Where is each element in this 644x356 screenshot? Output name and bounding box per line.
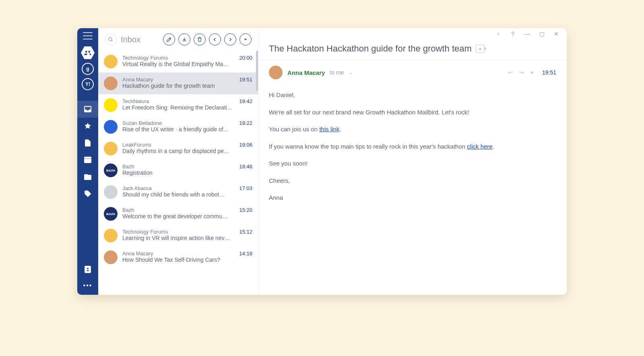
details-dropdown-icon[interactable]: ⌄ (349, 70, 353, 75)
tips-link[interactable]: click here (467, 143, 492, 150)
join-link[interactable]: this link (319, 126, 339, 132)
email-body: Hi Daniel, We're all set for our next br… (258, 79, 567, 214)
search-button[interactable] (105, 33, 117, 46)
svg-line-1 (111, 40, 113, 41)
message-time: 19:42 (239, 98, 252, 112)
account-google[interactable]: g (82, 63, 94, 75)
message-sender: Technology Forums (122, 229, 234, 235)
message-row[interactable]: LeakForumsDaily rhythms in a camp for di… (98, 138, 258, 159)
nav-drafts[interactable] (77, 135, 98, 151)
message-sender: LeakForums (122, 142, 234, 148)
message-subject: Welcome to the great developer commu… (122, 213, 234, 219)
message-row[interactable]: Technology ForumsVirtual Reality is the … (98, 51, 258, 72)
archive-button[interactable] (178, 33, 190, 46)
message-subject: Virtual Reality is the Global Empathy Ma… (122, 61, 234, 67)
account-yahoo[interactable]: Y! (82, 78, 94, 90)
message-sender: Bazh (122, 164, 234, 170)
message-list-panel: Inbox (98, 28, 258, 295)
nav-archive[interactable] (77, 168, 98, 185)
message-sender: Jack Abacca (122, 185, 234, 191)
body-p4: See you soon! (269, 159, 556, 168)
body-p3: If you wanna know the top main tips to r… (269, 142, 556, 151)
message-subject: Let Freedom Sing: Remixing the Declarati… (122, 104, 234, 111)
forward-button[interactable] (224, 33, 236, 46)
nav-rail: g Y! •• (77, 28, 98, 295)
recipient-info: to me (330, 69, 344, 76)
body-p1: We're all set for our next brand new Gro… (269, 108, 556, 117)
avatar (104, 142, 118, 155)
nav-starred[interactable] (77, 118, 98, 135)
message-subject: Rise of the UX writer · a friendly guide… (122, 126, 234, 132)
nav-inbox[interactable] (77, 101, 98, 118)
header-reply-icon[interactable]: ↩ (508, 69, 513, 76)
message-sender: Suzan Beiladone (122, 120, 234, 126)
header-more-icon[interactable]: ▾ (530, 69, 533, 76)
nav-contacts[interactable] (85, 266, 91, 275)
message-subject: Daily rhythms in a camp for displaced pe… (122, 148, 234, 154)
message-subject: Learning in VR will inspire action like … (122, 235, 234, 241)
avatar (104, 250, 118, 264)
message-row[interactable]: BAZHBazhWelcome to the great developer c… (98, 203, 258, 225)
email-subject: The Hackaton Hackathon guide for the gro… (269, 43, 472, 54)
message-time: 15:12 (239, 229, 252, 242)
add-tag-button[interactable]: + (476, 45, 485, 53)
close-icon[interactable]: ✕ (553, 31, 559, 37)
message-time: 19:51 (239, 77, 252, 90)
maximize-icon[interactable]: ▢ (539, 31, 545, 37)
message-row[interactable]: BAZHBazhRegistration18:46 (98, 159, 258, 181)
message-time: 17:03 (239, 185, 252, 199)
message-time: 19:06 (239, 142, 252, 155)
message-sender: Bazh (122, 207, 234, 213)
avatar: BAZH (104, 207, 118, 221)
sender-name: Anna Macary (287, 69, 325, 76)
message-row[interactable]: Jack AbaccaShould my child be friends wi… (98, 181, 258, 203)
avatar (104, 229, 118, 242)
delete-button[interactable] (194, 33, 206, 46)
message-subject: Registration (122, 170, 234, 176)
list-header: Inbox (98, 28, 258, 51)
avatar: BAZH (104, 164, 118, 177)
message-subject: Hackathon guide for the growth team (122, 83, 234, 89)
message-time: 19:22 (239, 120, 252, 134)
nav-sent[interactable] (77, 151, 98, 168)
menu-icon[interactable] (83, 32, 93, 39)
app-window: g Y! •• (77, 28, 567, 295)
message-row[interactable]: Technology ForumsLearning in VR will ins… (98, 225, 258, 246)
avatar (104, 185, 118, 199)
message-time: 14:18 (239, 250, 252, 264)
message-time: 18:46 (239, 164, 252, 177)
reply-button[interactable] (209, 33, 221, 46)
message-time: 20:00 (239, 55, 252, 68)
compose-button[interactable] (163, 33, 175, 46)
nav-tags[interactable] (77, 185, 98, 202)
avatar (104, 55, 118, 68)
message-list[interactable]: Technology ForumsVirtual Reality is the … (98, 51, 258, 268)
body-p6: Anna (269, 193, 556, 203)
back-icon[interactable]: ‹ (495, 31, 502, 37)
avatar (104, 120, 118, 134)
email-time: 19:51 (542, 69, 556, 76)
message-row[interactable]: Anna MacaryHackathon guide for the growt… (98, 72, 258, 94)
more-icon[interactable]: ••• (83, 282, 93, 289)
help-icon[interactable]: ? (510, 31, 516, 37)
sender-avatar (269, 66, 283, 79)
avatar (104, 77, 118, 90)
body-p5: Cheers, (269, 176, 556, 186)
message-sender: Anna Macary (122, 77, 234, 83)
message-row[interactable]: Suzan BeiladoneRise of the UX writer · a… (98, 116, 258, 138)
more-actions-button[interactable] (239, 33, 252, 46)
message-sender: Anna Macary (122, 250, 234, 257)
header-forward-icon[interactable]: ↪ (519, 69, 524, 76)
message-subject: Should my child be friends with a robot… (122, 191, 234, 198)
window-controls: ‹ ? — ▢ ✕ (258, 28, 567, 39)
body-greeting: Hi Daniel, (269, 91, 556, 100)
message-row[interactable]: TechNaturaLet Freedom Sing: Remixing the… (98, 94, 258, 116)
avatar (104, 98, 118, 112)
message-time: 15:20 (239, 207, 252, 221)
message-subject: How Should We Tax Self-Driving Cars? (122, 257, 234, 263)
message-row[interactable]: Anna MacaryHow Should We Tax Self-Drivin… (98, 246, 258, 268)
message-sender: TechNatura (122, 98, 234, 104)
account-unified[interactable] (81, 46, 95, 60)
body-p2: You can jois us on this link. (269, 125, 556, 134)
minimize-icon[interactable]: — (524, 31, 530, 37)
